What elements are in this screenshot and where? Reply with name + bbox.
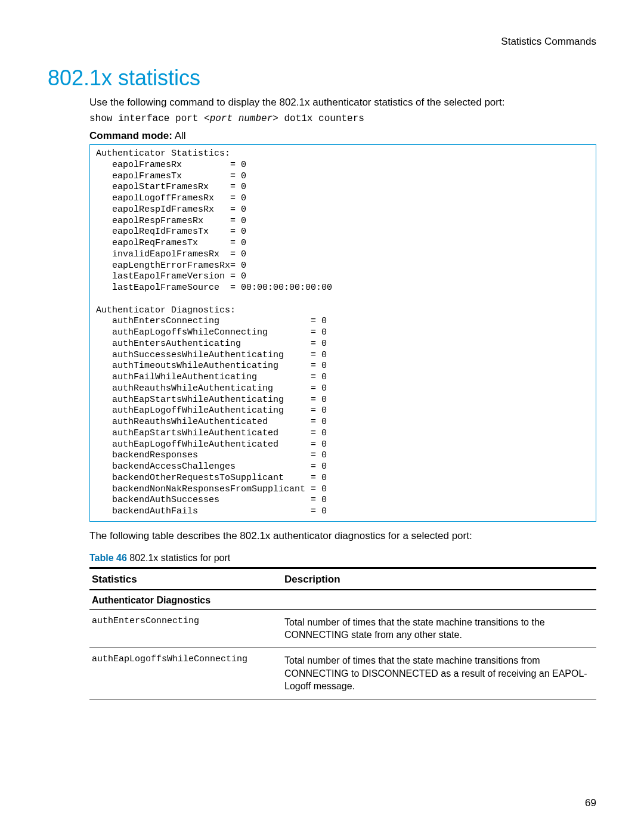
table-row: authEapLogoffsWhileConnectingTotal numbe… <box>89 648 596 699</box>
command-output-box: Authenticator Statistics: eapolFramesRx … <box>89 144 596 522</box>
command-arg: <port number> <box>204 113 278 124</box>
stat-desc-cell: Total number of times that the state mac… <box>282 648 596 699</box>
table-caption: Table 46 802.1x statistics for port <box>89 553 596 563</box>
command-syntax: show interface port <port number> dot1x … <box>89 113 596 124</box>
table-caption-text: 802.1x statistics for port <box>127 553 230 563</box>
statistics-table: Statistics Description Authenticator Dia… <box>89 567 596 699</box>
statistics-table-body: Authenticator Diagnostics authEntersConn… <box>89 590 596 699</box>
stat-name-cell: authEntersConnecting <box>89 609 282 648</box>
table-header-description: Description <box>282 568 596 590</box>
page-number: 69 <box>585 797 596 809</box>
table-section-header: Authenticator Diagnostics <box>89 590 596 610</box>
intro-paragraph: Use the following command to display the… <box>89 97 596 109</box>
command-suffix: dot1x counters <box>278 113 364 124</box>
command-mode-value: All <box>172 130 186 141</box>
stat-name-cell: authEapLogoffsWhileConnecting <box>89 648 282 699</box>
command-mode-line: Command mode: All <box>89 130 596 142</box>
table-row: authEntersConnectingTotal number of time… <box>89 609 596 648</box>
table-intro-paragraph: The following table describes the 802.1x… <box>89 530 596 542</box>
stat-desc-cell: Total number of times that the state mac… <box>282 609 596 648</box>
table-label: Table 46 <box>89 553 127 563</box>
command-prefix: show interface port <box>89 113 204 124</box>
page-title: 802.1x statistics <box>48 66 596 91</box>
command-mode-label: Command mode: <box>89 130 172 141</box>
table-header-statistics: Statistics <box>89 568 282 590</box>
page-header-right: Statistics Commands <box>48 36 596 48</box>
